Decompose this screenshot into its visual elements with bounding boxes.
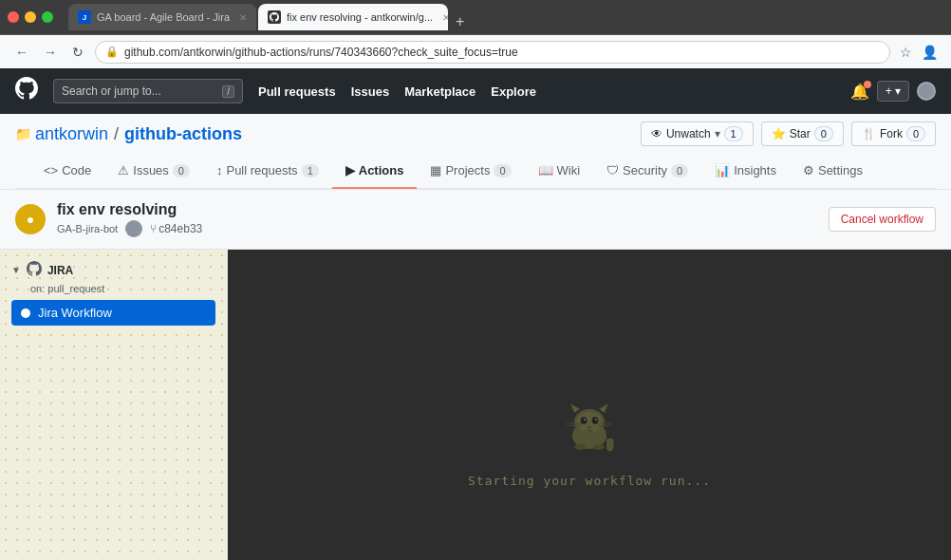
user-avatar[interactable] <box>917 82 936 101</box>
sidebar-group-header[interactable]: ▼ JIRA <box>11 261 215 279</box>
github-header: Search or jump to... / Pull requests Iss… <box>0 68 951 114</box>
tab-projects[interactable]: ▦ Projects 0 <box>417 154 524 189</box>
browser-tab-jira[interactable]: J GA board - Agile Board - Jira ✕ <box>68 4 256 30</box>
new-tab-button[interactable]: + <box>450 13 470 30</box>
refresh-button[interactable]: ↻ <box>68 43 87 62</box>
search-label: Search or jump to... <box>62 84 161 98</box>
url-text: github.com/antkorwin/github-actions/runs… <box>124 46 880 59</box>
tab-issues[interactable]: ⚠ Issues 0 <box>104 154 203 189</box>
back-button[interactable]: ← <box>11 43 32 62</box>
projects-icon: ▦ <box>430 163 441 177</box>
repo-nav-tabs: <> Code ⚠ Issues 0 ↕ Pull requests 1 ▶ A… <box>15 154 936 189</box>
search-box[interactable]: Search or jump to... / <box>53 79 243 103</box>
nav-issues[interactable]: Issues <box>351 84 389 99</box>
address-bar[interactable]: 🔒 github.com/antkorwin/github-actions/ru… <box>95 41 890 64</box>
eye-icon: 👁 <box>651 127 662 140</box>
security-icon: 🛡 <box>606 163 619 177</box>
jira-favicon: J <box>78 10 91 24</box>
projects-badge: 0 <box>494 164 511 177</box>
tab-pull-requests[interactable]: ↕ Pull requests 1 <box>203 154 332 189</box>
github-header-actions: 🔔 + ▾ <box>850 81 936 102</box>
fork-label: Fork <box>880 127 903 140</box>
bot-label: GA-B-jira-bot <box>57 223 118 234</box>
workflow-content: ▼ JIRA on: pull_request Jira Workflow <box>0 250 951 560</box>
tab-security[interactable]: 🛡 Security 0 <box>593 154 701 189</box>
star-button[interactable]: ⭐ Star 0 <box>761 121 844 146</box>
browser-tabs: J GA board - Agile Board - Jira ✕ fix en… <box>68 4 943 30</box>
tab-actions[interactable]: ▶ Actions <box>332 154 418 189</box>
run-info: fix env resolving GA-B-jira-bot ⑂ c84eb3… <box>57 201 817 237</box>
security-badge: 0 <box>671 164 688 177</box>
sidebar-job-item-jira-workflow[interactable]: Jira Workflow <box>11 300 215 326</box>
unwatch-label: Unwatch <box>666 127 711 140</box>
sidebar-group-icon <box>27 261 42 279</box>
github-logo[interactable] <box>15 77 38 105</box>
pr-badge: 1 <box>302 164 319 177</box>
unwatch-count: 1 <box>724 126 743 141</box>
job-name: Jira Workflow <box>38 306 112 320</box>
browser-addressbar: ← → ↻ 🔒 github.com/antkorwin/github-acti… <box>0 34 951 68</box>
wiki-icon: 📖 <box>538 163 553 177</box>
sidebar-collapse-arrow: ▼ <box>11 265 21 275</box>
workflow-sidebar: ▼ JIRA on: pull_request Jira Workflow <box>0 250 228 560</box>
tab-github-label: fix env resolving - antkorwin/g... <box>287 11 433 23</box>
github-nav: Pull requests Issues Marketplace Explore <box>258 84 536 99</box>
workflow-status-text: Starting your workflow run... <box>468 474 711 488</box>
svg-point-9 <box>593 418 598 423</box>
job-status-dot <box>21 308 30 318</box>
fork-button[interactable]: 🍴 Fork 0 <box>851 121 936 146</box>
run-meta: GA-B-jira-bot ⑂ c84eb33 <box>57 220 817 237</box>
star-icon: ⭐ <box>772 127 786 140</box>
tab-jira-label: GA board - Agile Board - Jira <box>97 11 230 23</box>
fork-icon: 🍴 <box>862 127 876 140</box>
create-new-button[interactable]: + ▾ <box>877 81 909 102</box>
repo-name-link[interactable]: github-actions <box>124 124 242 144</box>
minimize-window-button[interactable] <box>25 11 36 23</box>
repo-owner-link[interactable]: antkorwin <box>35 124 108 144</box>
svg-point-10 <box>595 419 597 420</box>
unwatch-button[interactable]: 👁 Unwatch ▾ 1 <box>641 121 754 146</box>
svg-point-6 <box>582 418 587 423</box>
tab-jira-close[interactable]: ✕ <box>239 12 247 23</box>
nav-pull-requests[interactable]: Pull requests <box>258 84 336 99</box>
commit-icon: ⑂ <box>150 222 157 235</box>
sidebar-job-group: ▼ JIRA on: pull_request Jira Workflow <box>0 261 227 326</box>
traffic-lights <box>8 11 53 23</box>
star-label: Star <box>790 127 811 140</box>
pr-icon: ↕ <box>216 163 223 177</box>
fork-count: 0 <box>906 126 925 141</box>
tab-insights[interactable]: 📊 Insights <box>701 154 790 189</box>
nav-marketplace[interactable]: Marketplace <box>404 84 476 99</box>
tab-settings[interactable]: ⚙ Settings <box>790 154 876 189</box>
code-icon: <> <box>44 163 58 177</box>
bookmark-button[interactable]: ☆ <box>898 43 914 62</box>
browser-window: J GA board - Agile Board - Jira ✕ fix en… <box>0 0 951 68</box>
maximize-window-button[interactable] <box>42 11 53 23</box>
nav-explore[interactable]: Explore <box>491 84 536 99</box>
run-sha: ⑂ c84eb33 <box>150 222 202 235</box>
forward-button[interactable]: → <box>40 43 61 62</box>
sidebar-group-trigger: on: pull_request <box>30 283 215 294</box>
run-title: fix env resolving <box>57 201 817 218</box>
mona-cat-icon <box>561 401 618 458</box>
sidebar-group-name: JIRA <box>47 264 73 277</box>
run-status-icon: ● <box>15 204 46 234</box>
actions-icon: ▶ <box>345 163 355 177</box>
profile-button[interactable]: 👤 <box>920 43 940 62</box>
workflow-run-header: ● fix env resolving GA-B-jira-bot ⑂ c84e… <box>0 190 951 250</box>
tab-github-close[interactable]: ✕ <box>442 12 448 23</box>
tab-code[interactable]: <> Code <box>30 154 104 189</box>
github-page: Search or jump to... / Pull requests Iss… <box>0 68 951 560</box>
tab-wiki[interactable]: 📖 Wiki <box>525 154 594 189</box>
bot-avatar <box>125 220 142 237</box>
ssl-lock-icon: 🔒 <box>105 46 119 58</box>
cancel-workflow-button[interactable]: Cancel workflow <box>829 207 936 232</box>
repo-breadcrumb-separator: / <box>114 124 119 144</box>
repo-header-area: 📁 antkorwin / github-actions 👁 Unwatch ▾… <box>0 114 951 190</box>
issues-badge: 0 <box>173 164 190 177</box>
browser-tab-github[interactable]: fix env resolving - antkorwin/g... ✕ <box>258 4 448 30</box>
browser-titlebar: J GA board - Agile Board - Jira ✕ fix en… <box>0 0 951 34</box>
close-window-button[interactable] <box>8 11 19 23</box>
notifications-button[interactable]: 🔔 <box>850 83 869 101</box>
repo-icon: 📁 <box>15 126 31 141</box>
